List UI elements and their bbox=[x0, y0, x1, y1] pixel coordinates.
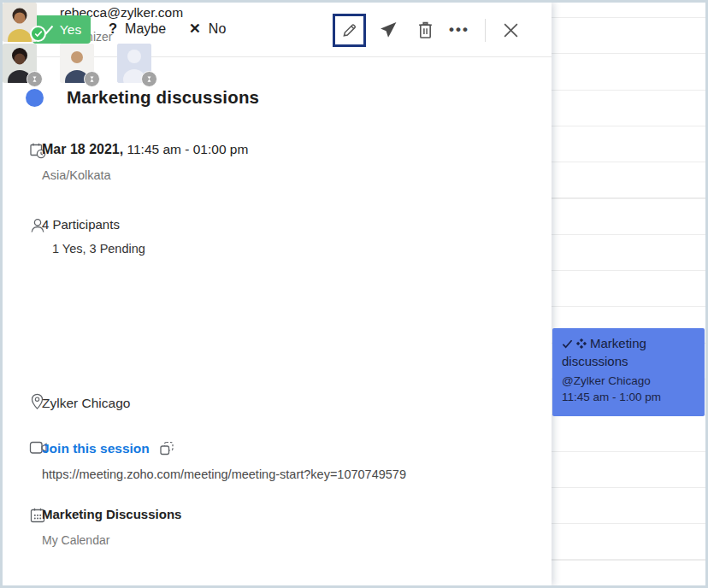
event-title: Marketing discussions bbox=[67, 87, 259, 108]
video-icon bbox=[3, 440, 42, 481]
participants-icon bbox=[3, 217, 42, 256]
rsvp-maybe-label: Maybe bbox=[125, 21, 166, 37]
calendar-name: My Calendar bbox=[42, 533, 181, 547]
rsvp-yes-label: Yes bbox=[60, 22, 81, 38]
session-row: Join this session https://meeting.zoho.c… bbox=[3, 440, 552, 481]
hourglass-badge bbox=[141, 71, 157, 87]
datetime-row: Mar 18 2021, 11:45 am - 01:00 pm Asia/Ko… bbox=[3, 142, 552, 182]
event-time: 11:45 am - 01:00 pm bbox=[127, 142, 249, 156]
event-chip-location: @Zylker Chicago bbox=[562, 373, 696, 389]
event-timezone: Asia/Kolkata bbox=[42, 168, 248, 182]
trash-icon bbox=[416, 20, 435, 41]
organizer-avatar[interactable] bbox=[3, 3, 37, 42]
event-date: Mar 18 2021, bbox=[42, 142, 123, 156]
close-icon bbox=[502, 21, 520, 39]
participants-summary: 1 Yes, 3 Pending bbox=[52, 242, 145, 256]
calendar-row: Marketing Discussions My Calendar bbox=[3, 507, 552, 547]
meeting-icon bbox=[575, 338, 587, 350]
more-options-button[interactable]: ••• bbox=[449, 17, 469, 43]
location-row: Zylker Chicago bbox=[3, 392, 552, 415]
event-detail-panel: Yes ? Maybe ✕ No ••• bbox=[3, 3, 552, 585]
hourglass-badge bbox=[27, 71, 43, 87]
event-title-row: Marketing discussions bbox=[26, 87, 259, 108]
delete-button[interactable] bbox=[416, 20, 435, 41]
participant-avatar[interactable] bbox=[60, 44, 94, 83]
event-datetime: Mar 18 2021, 11:45 am - 01:00 pm bbox=[42, 142, 248, 157]
join-session-link[interactable]: Join this session bbox=[42, 441, 150, 456]
participant-avatar-placeholder[interactable] bbox=[117, 44, 151, 83]
copy-icon bbox=[158, 440, 175, 457]
calendar-icon bbox=[3, 507, 42, 547]
pencil-icon bbox=[340, 21, 358, 39]
hourglass-badge bbox=[84, 71, 100, 87]
event-chip-time: 11:45 am - 1:00 pm bbox=[562, 389, 696, 405]
copy-link-button[interactable] bbox=[158, 440, 175, 457]
participants-row: 4 Participants 1 Yes, 3 Pending bbox=[3, 217, 552, 256]
event-chip-title-line: Marketing discussions bbox=[562, 334, 696, 370]
x-icon: ✕ bbox=[189, 21, 201, 37]
event-location: Zylker Chicago bbox=[42, 396, 130, 411]
calendar-event-chip[interactable]: Marketing discussions @Zylker Chicago 11… bbox=[552, 328, 705, 416]
rsvp-no-button[interactable]: ✕ No bbox=[189, 21, 226, 37]
participants-count: 4 Participants bbox=[42, 217, 145, 232]
zoho-calendar-event-popup: Marketing discussions @Zylker Chicago 11… bbox=[0, 0, 708, 588]
close-button[interactable] bbox=[502, 21, 520, 39]
datetime-icon bbox=[3, 142, 42, 182]
check-icon bbox=[562, 338, 573, 350]
participant-avatar[interactable] bbox=[3, 44, 37, 83]
calendar-event-name: Marketing Discussions bbox=[42, 507, 181, 521]
rsvp-maybe-button[interactable]: ? Maybe bbox=[109, 21, 166, 37]
rsvp-no-label: No bbox=[209, 21, 226, 37]
check-badge bbox=[30, 26, 46, 42]
location-icon bbox=[3, 392, 42, 415]
send-icon bbox=[378, 21, 398, 40]
question-icon: ? bbox=[109, 21, 117, 37]
calendar-grid-pane: Marketing discussions @Zylker Chicago 11… bbox=[552, 3, 705, 585]
calendar-color-dot bbox=[26, 89, 44, 107]
toolbar-divider bbox=[485, 19, 486, 42]
send-button[interactable] bbox=[378, 21, 398, 40]
edit-button[interactable] bbox=[333, 14, 366, 47]
session-url: https://meeting.zoho.com/meeting/meeting… bbox=[42, 467, 406, 481]
event-chip-title: Marketing discussions bbox=[562, 336, 646, 368]
